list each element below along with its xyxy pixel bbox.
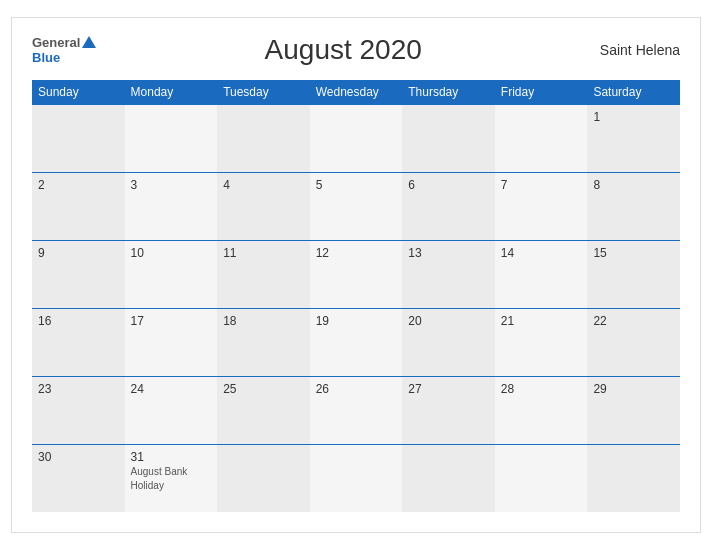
day-number: 19 — [316, 314, 397, 328]
day-number: 22 — [593, 314, 674, 328]
day-number: 8 — [593, 178, 674, 192]
day-number: 12 — [316, 246, 397, 260]
calendar-cell: 1 — [587, 104, 680, 172]
calendar-cell: 23 — [32, 376, 125, 444]
day-number: 17 — [131, 314, 212, 328]
calendar-cell — [310, 444, 403, 512]
calendar-week-row: 16171819202122 — [32, 308, 680, 376]
weekday-header-sunday: Sunday — [32, 80, 125, 105]
calendar-title: August 2020 — [96, 34, 590, 66]
weekday-header-saturday: Saturday — [587, 80, 680, 105]
calendar-cell: 26 — [310, 376, 403, 444]
calendar-cell: 15 — [587, 240, 680, 308]
day-number: 25 — [223, 382, 304, 396]
calendar-cell: 5 — [310, 172, 403, 240]
logo: General Blue — [32, 35, 96, 65]
day-number: 24 — [131, 382, 212, 396]
calendar-cell: 31August Bank Holiday — [125, 444, 218, 512]
day-number: 27 — [408, 382, 489, 396]
day-number: 14 — [501, 246, 582, 260]
holiday-label: August Bank Holiday — [131, 466, 188, 491]
calendar-cell: 14 — [495, 240, 588, 308]
calendar-cell — [495, 104, 588, 172]
calendar-location: Saint Helena — [590, 42, 680, 58]
day-number: 11 — [223, 246, 304, 260]
calendar-body: 1234567891011121314151617181920212223242… — [32, 104, 680, 512]
calendar-cell — [587, 444, 680, 512]
calendar-weekdays-header: SundayMondayTuesdayWednesdayThursdayFrid… — [32, 80, 680, 105]
day-number: 10 — [131, 246, 212, 260]
logo-general-text: General — [32, 35, 80, 50]
calendar-cell: 20 — [402, 308, 495, 376]
calendar-cell — [402, 444, 495, 512]
calendar-cell: 2 — [32, 172, 125, 240]
logo-blue-text: Blue — [32, 50, 96, 65]
calendar-cell — [495, 444, 588, 512]
day-number: 9 — [38, 246, 119, 260]
day-number: 4 — [223, 178, 304, 192]
day-number: 30 — [38, 450, 119, 464]
calendar-cell — [217, 444, 310, 512]
calendar-cell: 8 — [587, 172, 680, 240]
day-number: 28 — [501, 382, 582, 396]
calendar-cell: 30 — [32, 444, 125, 512]
day-number: 20 — [408, 314, 489, 328]
calendar-week-row: 1 — [32, 104, 680, 172]
calendar-week-row: 2345678 — [32, 172, 680, 240]
calendar-cell: 4 — [217, 172, 310, 240]
calendar-cell: 3 — [125, 172, 218, 240]
weekday-header-tuesday: Tuesday — [217, 80, 310, 105]
calendar-cell: 10 — [125, 240, 218, 308]
calendar-cell: 13 — [402, 240, 495, 308]
day-number: 3 — [131, 178, 212, 192]
calendar-cell — [32, 104, 125, 172]
day-number: 5 — [316, 178, 397, 192]
day-number: 6 — [408, 178, 489, 192]
weekday-header-thursday: Thursday — [402, 80, 495, 105]
calendar-cell: 11 — [217, 240, 310, 308]
calendar-cell: 25 — [217, 376, 310, 444]
calendar-cell: 19 — [310, 308, 403, 376]
calendar-week-row: 23242526272829 — [32, 376, 680, 444]
calendar-cell: 18 — [217, 308, 310, 376]
day-number: 2 — [38, 178, 119, 192]
calendar-cell: 6 — [402, 172, 495, 240]
calendar-week-row: 3031August Bank Holiday — [32, 444, 680, 512]
calendar-cell — [310, 104, 403, 172]
day-number: 29 — [593, 382, 674, 396]
calendar-cell — [402, 104, 495, 172]
day-number: 23 — [38, 382, 119, 396]
calendar-cell: 9 — [32, 240, 125, 308]
weekday-header-wednesday: Wednesday — [310, 80, 403, 105]
calendar-container: General Blue August 2020 Saint Helena Su… — [11, 17, 701, 534]
weekday-header-friday: Friday — [495, 80, 588, 105]
calendar-cell — [217, 104, 310, 172]
day-number: 26 — [316, 382, 397, 396]
calendar-cell: 21 — [495, 308, 588, 376]
day-number: 1 — [593, 110, 674, 124]
calendar-week-row: 9101112131415 — [32, 240, 680, 308]
calendar-cell: 24 — [125, 376, 218, 444]
calendar-cell: 16 — [32, 308, 125, 376]
calendar-header: General Blue August 2020 Saint Helena — [32, 34, 680, 66]
day-number: 13 — [408, 246, 489, 260]
calendar-cell: 17 — [125, 308, 218, 376]
calendar-cell: 29 — [587, 376, 680, 444]
day-number: 16 — [38, 314, 119, 328]
logo-triangle-icon — [82, 36, 96, 48]
logo-text: General Blue — [32, 35, 96, 65]
calendar-cell: 28 — [495, 376, 588, 444]
day-number: 21 — [501, 314, 582, 328]
day-number: 31 — [131, 450, 212, 464]
day-number: 15 — [593, 246, 674, 260]
calendar-cell: 12 — [310, 240, 403, 308]
day-number: 18 — [223, 314, 304, 328]
calendar-cell: 7 — [495, 172, 588, 240]
calendar-cell: 22 — [587, 308, 680, 376]
day-number: 7 — [501, 178, 582, 192]
calendar-cell — [125, 104, 218, 172]
calendar-grid: SundayMondayTuesdayWednesdayThursdayFrid… — [32, 80, 680, 513]
calendar-cell: 27 — [402, 376, 495, 444]
weekday-header-monday: Monday — [125, 80, 218, 105]
